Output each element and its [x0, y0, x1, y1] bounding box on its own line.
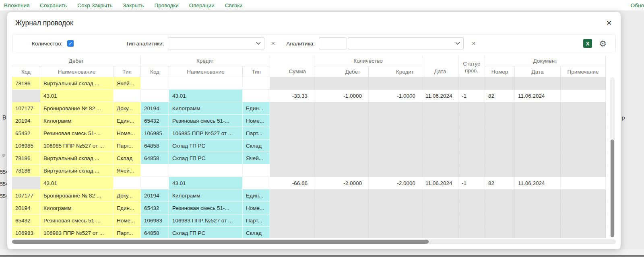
cell-qty-debit: [314, 189, 369, 202]
vertical-scrollbar[interactable]: [610, 77, 615, 237]
table-row[interactable]: 107177Бронирование № 82 ...Доку...20194К…: [12, 102, 606, 115]
cell-debit-name: Килограмм: [40, 115, 114, 127]
cell-credit-name: 106985 ППР №527 от ...: [169, 127, 243, 140]
column-header-credit-name[interactable]: Наименование: [169, 66, 243, 77]
cell-qty-credit: [369, 214, 422, 227]
close-dialog-button[interactable]: ✕: [604, 18, 614, 28]
quantity-checkbox[interactable]: ✓: [67, 40, 74, 47]
cell-debit-type: Ячей...: [114, 77, 141, 90]
menu-item[interactable]: Связки: [225, 2, 243, 8]
cell-credit-code: 20194: [141, 189, 169, 202]
cell-qty-debit: [314, 102, 369, 115]
table-row[interactable]: 107177Бронирование № 82 ...Доку...20194К…: [12, 189, 606, 202]
dialog-title: Журнал проводок: [15, 19, 73, 27]
cell-doc-date: [515, 140, 561, 152]
status-header-line1: Статус: [463, 61, 480, 67]
vertical-scrollbar-thumb[interactable]: [611, 140, 614, 237]
close-icon: ✕: [606, 19, 612, 27]
cell-note: [561, 77, 606, 90]
cell-credit-code: 65432: [141, 115, 169, 127]
menu-item[interactable]: Операции: [189, 2, 215, 8]
cell-status: [458, 140, 485, 152]
cell-credit-code: 64858: [141, 140, 169, 152]
cell-debit-code: 65432: [12, 214, 40, 227]
analytics-type-label: Тип аналитики:: [126, 41, 164, 47]
horizontal-scrollbar-thumb[interactable]: [12, 240, 429, 244]
column-header-credit-type[interactable]: Тип: [243, 66, 270, 77]
export-excel-button[interactable]: X: [583, 39, 592, 48]
cell-doc-date: [515, 102, 561, 115]
cell-doc-number: [485, 102, 515, 115]
menu-item[interactable]: Закрыть: [123, 2, 144, 8]
settings-button[interactable]: ⚙: [599, 39, 607, 48]
clear-analytics-type-button[interactable]: ✕: [269, 40, 277, 47]
table-row[interactable]: 78186Виртуальный склад ...Ячей...: [12, 77, 606, 90]
cell-note: [561, 127, 606, 140]
column-header-qty-credit[interactable]: Кредит: [369, 66, 422, 77]
chevron-down-icon: [256, 42, 261, 45]
cell-qty-debit: [314, 152, 369, 164]
table-row[interactable]: 65432Резиновая смесь 51-...Номе...106985…: [12, 127, 606, 140]
cell-debit-type: Номе...: [114, 214, 141, 227]
cell-credit-name: 43.01: [169, 177, 243, 189]
column-header-qty-debit[interactable]: Дебет: [314, 66, 369, 77]
table-row[interactable]: 20194КилограммЕдин...65432Резиновая смес…: [12, 202, 606, 214]
table-row[interactable]: 43.0143.01-66.66-2.0000-2.000011.06.2024…: [12, 177, 606, 189]
cell-debit-name: Резиновая смесь 51-...: [40, 214, 114, 227]
analytics-select[interactable]: [348, 37, 464, 49]
table-row[interactable]: 43.0143.01-33.33-1.0000-1.000011.06.2024…: [12, 90, 606, 102]
column-header-note[interactable]: Примечание: [561, 66, 606, 77]
cell-debit-code: 65432: [12, 127, 40, 140]
menu-item[interactable]: Проводки: [154, 2, 178, 8]
column-header-sum[interactable]: Сумма: [270, 56, 314, 77]
column-header-doc-number[interactable]: Номер: [485, 66, 515, 77]
cell-doc-number: [485, 189, 515, 202]
cell-qty-debit: [314, 214, 369, 227]
cell-date: [422, 227, 458, 238]
cell-doc-number: [485, 115, 515, 127]
excel-icon: X: [586, 41, 590, 47]
column-header-date[interactable]: Дата: [422, 56, 458, 77]
column-header-doc-date[interactable]: Дата: [515, 66, 561, 77]
cell-note: [561, 102, 606, 115]
cell-credit-type: Парт...: [243, 214, 270, 227]
filter-bar-icons: X ⚙: [583, 39, 615, 48]
cell-qty-credit: [369, 164, 422, 177]
analytics-type-select[interactable]: [168, 37, 264, 49]
cell-doc-number: [485, 140, 515, 152]
column-header-credit-code[interactable]: Код: [141, 66, 169, 77]
cell-debit-type: [114, 177, 141, 189]
filter-bar: Количество: ✓ Тип аналитики: ✕ Аналитика…: [12, 35, 616, 52]
cell-date: [422, 189, 458, 202]
cell-debit-type: Парт...: [114, 227, 141, 238]
table-row[interactable]: 106985106985 ППР №527 от ...Парт...64858…: [12, 140, 606, 152]
table-row[interactable]: 65432Резиновая смесь 51-...Номе...106983…: [12, 214, 606, 227]
menu-item[interactable]: Сохр.Закрыть: [77, 2, 112, 8]
cell-doc-number: 82: [485, 90, 515, 102]
cell-debit-type: Склад: [114, 152, 141, 164]
clear-analytics-button[interactable]: ✕: [470, 40, 477, 47]
cell-debit-type: Един...: [114, 115, 141, 127]
journal-dialog: Журнал проводок ✕ Количество: ✓ Тип анал…: [7, 12, 621, 249]
analytics-code-input[interactable]: [319, 37, 347, 49]
column-header-debit-name[interactable]: Наименование: [40, 66, 114, 77]
column-header-status[interactable]: Статус пров.: [458, 56, 485, 77]
menu-item[interactable]: Сохранить: [40, 2, 67, 8]
table-row[interactable]: 78186Виртуальный склад ...Ячей...: [12, 164, 606, 177]
table-row[interactable]: 106983106983 ППР №527 от ...Парт...64858…: [12, 227, 606, 238]
table-row[interactable]: 78186Виртуальный склад ...Склад64858Скла…: [12, 152, 606, 164]
cell-date: 11.06.2024: [422, 90, 458, 102]
table-row[interactable]: 20194КилограммЕдин...65432Резиновая смес…: [12, 115, 606, 127]
cell-credit-name: Килограмм: [169, 189, 243, 202]
menu-item[interactable]: Вложения: [4, 2, 29, 8]
cell-credit-code: 64858: [141, 227, 169, 238]
cell-sum: [270, 77, 314, 90]
menu-item-refresh[interactable]: Обно: [631, 2, 644, 8]
cell-qty-credit: [369, 140, 422, 152]
cell-credit-code: [141, 164, 169, 177]
column-header-debit-type[interactable]: Тип: [114, 66, 141, 77]
column-header-debit-code[interactable]: Код: [12, 66, 40, 77]
cell-doc-date: [515, 227, 561, 238]
cell-status: [458, 189, 485, 202]
horizontal-scrollbar[interactable]: [12, 239, 616, 244]
